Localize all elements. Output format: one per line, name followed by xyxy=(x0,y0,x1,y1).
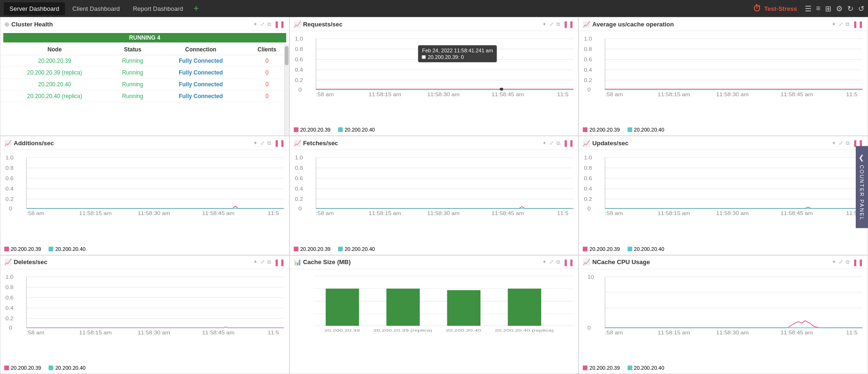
node-connection: Fully Connected xyxy=(157,67,245,79)
requests-ctrl-expand[interactable]: ⤢ xyxy=(549,21,554,27)
svg-text::58 am: :58 am xyxy=(605,330,623,335)
tab-server-dashboard[interactable]: Server Dashboard xyxy=(4,2,65,15)
updates-icon: 📈 xyxy=(583,140,590,147)
svg-text:0.6: 0.6 xyxy=(5,176,13,181)
menu-icon-3[interactable]: ⊞ xyxy=(825,4,831,13)
avg-legend-cyan-box xyxy=(628,127,632,132)
svg-text::58 am: :58 am xyxy=(316,92,334,97)
additions-panel: 📈 Additions/sec ✦ ⤢ ⧉ ❚❚ 1.0 0.8 0.6 0.4 xyxy=(0,136,289,255)
svg-text:20.200.20.39: 20.200.20.39 xyxy=(324,328,360,332)
cpu-usage-pause-button[interactable]: ❚❚ xyxy=(852,258,864,266)
additions-ctrl-pin[interactable]: ✦ xyxy=(253,140,257,146)
updates-legend: 20.200.20.39 20.200.20.40 xyxy=(579,245,868,255)
additions-chart-area: 1.0 0.8 0.6 0.4 0.2 0 :58 am 11:58:15 am… xyxy=(0,150,289,244)
svg-text:11:58:30 am: 11:58:30 am xyxy=(138,211,170,216)
avg-cache-ctrl-window[interactable]: ⧉ xyxy=(846,21,850,27)
svg-rect-122 xyxy=(447,290,480,326)
fetches-ctrl-window[interactable]: ⧉ xyxy=(556,140,560,146)
additions-icon: 📈 xyxy=(4,140,12,147)
tab-client-dashboard[interactable]: Client Dashboard xyxy=(67,2,125,15)
updates-ctrl-pin[interactable]: ✦ xyxy=(832,140,836,146)
cpu-usage-ctrl-pin[interactable]: ✦ xyxy=(832,259,836,265)
cache-size-ctrl-pin[interactable]: ✦ xyxy=(542,259,546,265)
cpu-usage-ctrl-window[interactable]: ⧉ xyxy=(846,259,850,265)
deletes-ctrl-pin[interactable]: ✦ xyxy=(253,259,257,265)
legend-pink-label: 20.200.20.39 xyxy=(300,127,331,133)
cluster-ctrl-window[interactable]: ⧉ xyxy=(267,21,271,27)
cpu-usage-ctrl-expand[interactable]: ⤢ xyxy=(839,259,843,265)
cluster-health-header: ⊕ Cluster Health ✦ ⤢ ⧉ ❚❚ xyxy=(0,17,289,31)
svg-text:0.4: 0.4 xyxy=(584,186,592,191)
fetches-ctrl-pin[interactable]: ✦ xyxy=(542,140,546,146)
fetches-chart-svg: 1.0 0.8 0.6 0.4 0.2 0 :58 am 11:58:15 am… xyxy=(294,153,575,219)
cluster-ctrl-pin[interactable]: ✦ xyxy=(253,21,257,27)
node-name: 20.200.20.39 (replica) xyxy=(0,67,109,79)
fetch-legend-cyan-box xyxy=(338,247,343,251)
node-status: Running xyxy=(109,67,157,79)
counter-panel-tab[interactable]: ❮ COUNTER PANEL xyxy=(856,146,868,228)
del-legend-pink-box xyxy=(4,366,9,370)
avg-cache-ctrl-pin[interactable]: ✦ xyxy=(832,21,836,27)
table-row: 20.200.20.39 (replica) Running Fully Con… xyxy=(0,67,289,79)
requests-ctrl-pin[interactable]: ✦ xyxy=(542,21,546,27)
avg-cache-panel: 📈 Average us/cache operation ✦ ⤢ ⧉ ❚❚ 1.… xyxy=(579,17,868,136)
updates-panel: 📈 Updates/sec ✦ ⤢ ⧉ ❚❚ 1.0 0.8 0.6 0.4 xyxy=(579,136,868,255)
counter-panel-arrow: ❮ xyxy=(859,153,865,161)
deletes-ctrl-expand[interactable]: ⤢ xyxy=(260,259,265,265)
node-clients: 0 xyxy=(245,91,289,102)
menu-icon-2[interactable]: ≡ xyxy=(816,4,820,13)
svg-text:1.0: 1.0 xyxy=(295,36,303,42)
additions-pause-button[interactable]: ❚❚ xyxy=(274,139,285,147)
additions-ctrl-expand[interactable]: ⤢ xyxy=(260,140,265,146)
cluster-scrollbar[interactable] xyxy=(284,44,289,135)
nav-icons: ☰ ≡ ⊞ ⚙ ↻ ↺ xyxy=(805,4,864,13)
updates-ctrl-expand[interactable]: ⤢ xyxy=(839,140,843,146)
svg-point-18 xyxy=(499,88,503,91)
avg-cache-pause-button[interactable]: ❚❚ xyxy=(852,20,864,28)
deletes-ctrl-window[interactable]: ⧉ xyxy=(267,259,271,265)
cache-size-ctrl-window[interactable]: ⧉ xyxy=(556,259,560,265)
svg-text:0.2: 0.2 xyxy=(5,197,13,202)
add-legend-pink-box xyxy=(4,247,9,251)
svg-text:11:58:15 am: 11:58:15 am xyxy=(79,330,112,335)
settings-icon[interactable]: ⚙ xyxy=(836,4,843,13)
add-tab-button[interactable]: + xyxy=(190,4,202,13)
fetches-pause-button[interactable]: ❚❚ xyxy=(563,139,574,147)
additions-ctrl-window[interactable]: ⧉ xyxy=(267,140,271,146)
cache-size-pause-button[interactable]: ❚❚ xyxy=(563,258,574,266)
node-connection: Fully Connected xyxy=(157,55,245,67)
svg-text:11:58:45 am: 11:58:45 am xyxy=(491,211,524,216)
updates-ctrl-window[interactable]: ⧉ xyxy=(846,140,850,146)
avg-legend-pink-box xyxy=(583,127,587,132)
node-status: Running xyxy=(109,55,157,67)
cluster-ctrl-expand[interactable]: ⤢ xyxy=(260,21,265,27)
add-legend-pink: 20.200.20.39 xyxy=(4,246,41,252)
cpu-legend-cyan-box xyxy=(628,366,632,370)
svg-text:1.0: 1.0 xyxy=(5,155,13,160)
node-status: Running xyxy=(109,91,157,102)
legend-pink-box xyxy=(294,127,298,132)
node-clients: 0 xyxy=(245,55,289,67)
cache-size-ctrl-expand[interactable]: ⤢ xyxy=(549,259,554,265)
refresh2-icon[interactable]: ↺ xyxy=(858,4,864,13)
requests-ctrl-window[interactable]: ⧉ xyxy=(556,21,560,27)
cpu-usage-header: 📈 NCache CPU Usage ✦ ⤢ ⧉ ❚❚ xyxy=(579,256,868,269)
tab-report-dashboard[interactable]: Report Dashboard xyxy=(127,2,189,15)
col-clients: Clients xyxy=(245,44,289,55)
refresh-icon[interactable]: ↻ xyxy=(847,4,853,13)
svg-text:0: 0 xyxy=(9,325,12,331)
cluster-pause-button[interactable]: ❚❚ xyxy=(274,20,285,28)
cpu-usage-panel: 📈 NCache CPU Usage ✦ ⤢ ⧉ ❚❚ 10 0 : xyxy=(579,255,868,374)
requests-title: Requests/sec xyxy=(303,21,541,28)
fetches-ctrl-expand[interactable]: ⤢ xyxy=(549,140,554,146)
cpu-legend: 20.200.20.39 20.200.20.40 xyxy=(579,364,868,374)
upd-legend-cyan-box xyxy=(628,247,632,251)
menu-icon-1[interactable]: ☰ xyxy=(805,4,811,13)
svg-text:11:5: 11:5 xyxy=(267,330,279,335)
svg-text:11:58:30 am: 11:58:30 am xyxy=(427,92,460,97)
avg-cache-ctrl-expand[interactable]: ⤢ xyxy=(839,21,843,27)
requests-pause-button[interactable]: ❚❚ xyxy=(563,20,574,28)
svg-text:11:5: 11:5 xyxy=(846,330,858,335)
deletes-pause-button[interactable]: ❚❚ xyxy=(274,258,285,266)
main-content: ⊕ Cluster Health ✦ ⤢ ⧉ ❚❚ RUNNING 4 Node… xyxy=(0,17,868,374)
